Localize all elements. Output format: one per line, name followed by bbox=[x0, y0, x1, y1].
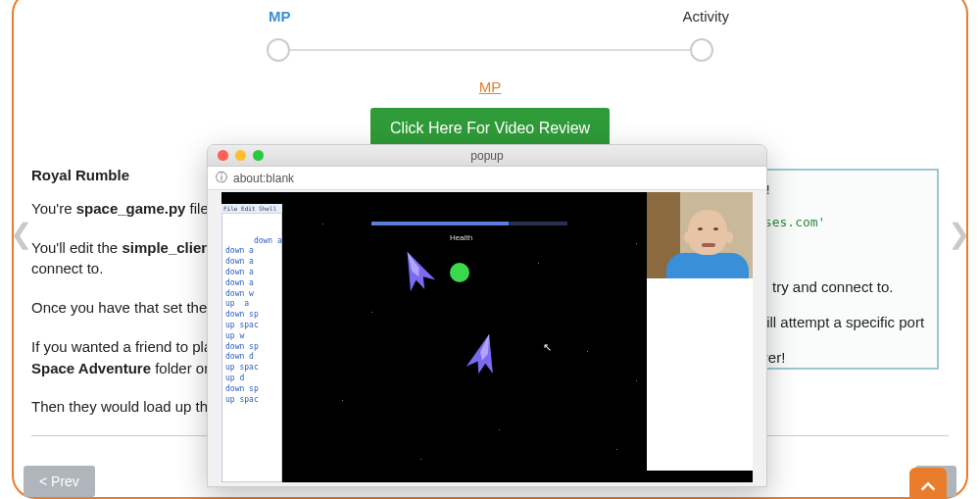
zoom-icon[interactable] bbox=[253, 150, 264, 161]
python-console: File Edit Shell down a down a down a dow… bbox=[221, 204, 282, 482]
scroll-to-top-button[interactable] bbox=[909, 468, 947, 499]
stepper-line bbox=[278, 49, 702, 51]
health-label: Health bbox=[450, 233, 472, 242]
video-review-button[interactable]: Click Here For Video Review bbox=[370, 108, 610, 149]
code-tail-2: rses.com' bbox=[757, 215, 925, 229]
video-area: File Edit Shell down a down a down a dow… bbox=[221, 192, 753, 482]
carousel-prev-icon[interactable]: ❮ bbox=[10, 218, 32, 250]
spaceship-1 bbox=[389, 242, 443, 298]
video-notes-panel bbox=[647, 278, 753, 471]
python-console-header: File Edit Shell bbox=[221, 204, 282, 214]
info-icon[interactable]: ⓘ bbox=[216, 170, 227, 186]
stepper: MP Activity bbox=[24, 2, 956, 71]
center-link-wrap: MP bbox=[24, 78, 956, 96]
right-paragraph: will try and connect to. t will attempt … bbox=[748, 276, 939, 381]
popup-url: about:blank bbox=[233, 172, 294, 185]
green-orb bbox=[450, 263, 469, 282]
chevron-up-icon bbox=[917, 475, 939, 497]
mouse-cursor-icon: ↖ bbox=[543, 341, 552, 354]
close-icon[interactable] bbox=[218, 150, 228, 161]
popup-titlebar[interactable]: popup bbox=[208, 145, 766, 167]
health-bar bbox=[371, 222, 567, 225]
spaceship-2 bbox=[460, 327, 509, 379]
popup-title: popup bbox=[208, 149, 766, 163]
prev-button[interactable]: < Prev bbox=[24, 466, 95, 497]
carousel-next-icon[interactable]: ❯ bbox=[948, 218, 970, 250]
window-controls bbox=[208, 150, 264, 161]
popup-addressbar[interactable]: ⓘ about:blank bbox=[208, 167, 766, 190]
step-label-mp: MP bbox=[269, 8, 291, 25]
popup-window: popup ⓘ about:blank File Edit Shell down… bbox=[207, 144, 767, 487]
mp-link[interactable]: MP bbox=[479, 78, 502, 95]
presenter-webcam bbox=[647, 192, 753, 278]
step-label-activity: Activity bbox=[682, 8, 729, 25]
step-node-activity[interactable] bbox=[690, 38, 713, 62]
minimize-icon[interactable] bbox=[235, 150, 246, 161]
step-node-mp[interactable] bbox=[267, 38, 290, 62]
